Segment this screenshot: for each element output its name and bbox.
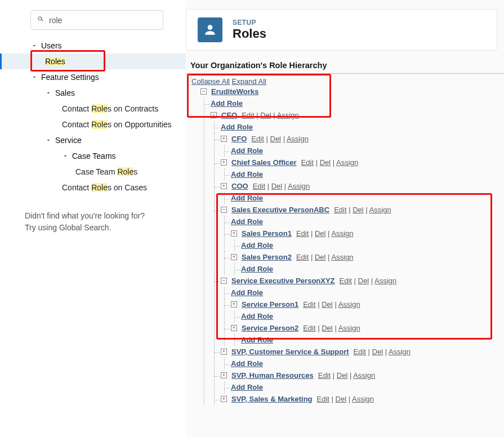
divider [186,73,504,74]
role-svp-sales-marketing[interactable]: SVP, Sales & Marketing [231,395,313,403]
nav-case-team-roles-label: Case Team Roles [75,167,137,176]
edit-link[interactable]: Edit [242,111,254,119]
del-link[interactable]: Del [353,206,364,214]
add-role-link[interactable]: Add Role [221,123,253,131]
expand-icon[interactable] [231,254,237,260]
add-role-link[interactable]: Add Role [231,170,263,179]
role-chief-sales-officer[interactable]: Chief Sales Officer [231,158,297,167]
nav-feature-settings-label: Feature Settings [41,73,99,82]
collapse-icon[interactable] [221,207,227,213]
role-sales-person2[interactable]: Sales Person2 [242,253,292,261]
del-link[interactable]: Del [270,135,282,143]
role-sales-executive[interactable]: Sales Executive PersonABC [231,206,329,214]
role-service-executive[interactable]: Service Executive PersonXYZ [231,277,335,285]
edit-link[interactable]: Edit [317,395,329,403]
add-role-link[interactable]: Add Role [241,241,273,249]
edit-link[interactable]: Edit [253,182,265,190]
assign-link[interactable]: Assign [352,395,374,403]
nav-users-label: Users [41,41,62,50]
expand-icon[interactable] [221,396,227,402]
edit-link[interactable]: Edit [318,371,331,380]
del-link[interactable]: Del [372,347,383,356]
nav-case-team-roles[interactable]: Case Team Roles [0,164,186,180]
nav-service[interactable]: Service [0,132,186,148]
role-svp-human-resources[interactable]: SVP, Human Resources [231,371,314,380]
expand-icon[interactable] [231,325,237,331]
expand-icon[interactable] [231,230,237,237]
collapse-icon[interactable] [211,112,217,118]
edit-link[interactable]: Edit [303,300,315,309]
role-eruditeworks[interactable]: EruditeWorks [211,87,258,96]
nav-contact-roles-contracts-label: Contact Roles on Contracts [62,104,158,113]
del-link[interactable]: Del [320,158,331,167]
del-link[interactable]: Del [271,182,283,190]
expand-icon[interactable] [221,159,227,166]
edit-link[interactable]: Edit [340,277,352,285]
edit-link[interactable]: Edit [296,253,309,261]
edit-link[interactable]: Edit [251,135,264,143]
del-link[interactable]: Del [358,277,369,285]
del-link[interactable]: Del [337,371,348,380]
collapse-all-link[interactable]: Collapse All [191,77,230,86]
add-role-link[interactable]: Add Role [241,336,273,344]
nav-feature-settings[interactable]: Feature Settings [0,69,186,85]
del-link[interactable]: Del [322,300,333,309]
add-role-link[interactable]: Add Role [231,217,263,226]
add-role-link[interactable]: Add Role [211,99,243,108]
edit-link[interactable]: Edit [354,347,366,356]
edit-link[interactable]: Edit [296,229,309,238]
add-role-link[interactable]: Add Role [231,146,263,155]
edit-link[interactable]: Edit [303,324,315,332]
assign-link[interactable]: Assign [331,253,353,261]
nav-contact-roles-cases[interactable]: Contact Roles on Cases [0,180,186,195]
add-role-link[interactable]: Add Role [231,359,263,368]
assign-link[interactable]: Assign [288,182,310,190]
collapse-icon[interactable] [221,278,227,284]
assign-link[interactable]: Assign [374,277,396,285]
nav-service-label: Service [55,136,82,145]
assign-link[interactable]: Assign [287,135,309,143]
del-link[interactable]: Del [315,253,326,261]
nav-sales[interactable]: Sales [0,85,186,101]
chevron-down-icon [31,42,38,49]
role-coo[interactable]: COO [231,182,248,190]
edit-link[interactable]: Edit [301,158,314,167]
nav-case-teams[interactable]: Case Teams [0,148,186,164]
role-ceo[interactable]: CEO [221,111,237,119]
collapse-icon[interactable] [200,88,207,95]
add-role-link[interactable]: Add Role [241,265,273,273]
assign-link[interactable]: Assign [338,300,360,309]
role-svp-customer-service[interactable]: SVP, Customer Service & Support [231,347,349,356]
del-link[interactable]: Del [322,324,333,332]
expand-icon[interactable] [221,183,227,189]
assign-link[interactable]: Assign [353,371,375,380]
assign-link[interactable]: Assign [336,158,358,167]
add-role-link[interactable]: Add Role [241,312,273,320]
chevron-down-icon [45,137,52,144]
add-role-link[interactable]: Add Role [231,288,263,297]
expand-icon[interactable] [221,349,227,355]
edit-link[interactable]: Edit [334,206,346,214]
role-service-person2[interactable]: Service Person2 [242,324,298,332]
quick-find-search[interactable] [30,10,163,30]
quick-find-input[interactable] [49,16,157,25]
nav-contact-roles-contracts[interactable]: Contact Roles on Contracts [0,101,186,117]
del-link[interactable]: Del [260,111,271,119]
expand-icon[interactable] [221,372,227,378]
role-sales-person1[interactable]: Sales Person1 [242,229,292,238]
add-role-link[interactable]: Add Role [231,194,263,202]
expand-icon[interactable] [221,136,227,142]
role-cfo[interactable]: CFO [231,135,247,143]
expand-icon[interactable] [231,301,237,307]
assign-link[interactable]: Assign [389,347,411,356]
nav-contact-roles-opportunities[interactable]: Contact Roles on Opportunities [0,117,186,132]
assign-link[interactable]: Assign [331,229,353,238]
assign-link[interactable]: Assign [369,206,391,214]
del-link[interactable]: Del [315,229,326,238]
assign-link[interactable]: Assign [338,324,360,332]
assign-link[interactable]: Assign [277,111,299,119]
role-service-person1[interactable]: Service Person1 [242,300,298,309]
expand-all-link[interactable]: Expand All [232,77,266,86]
del-link[interactable]: Del [336,395,347,403]
add-role-link[interactable]: Add Role [231,383,263,391]
